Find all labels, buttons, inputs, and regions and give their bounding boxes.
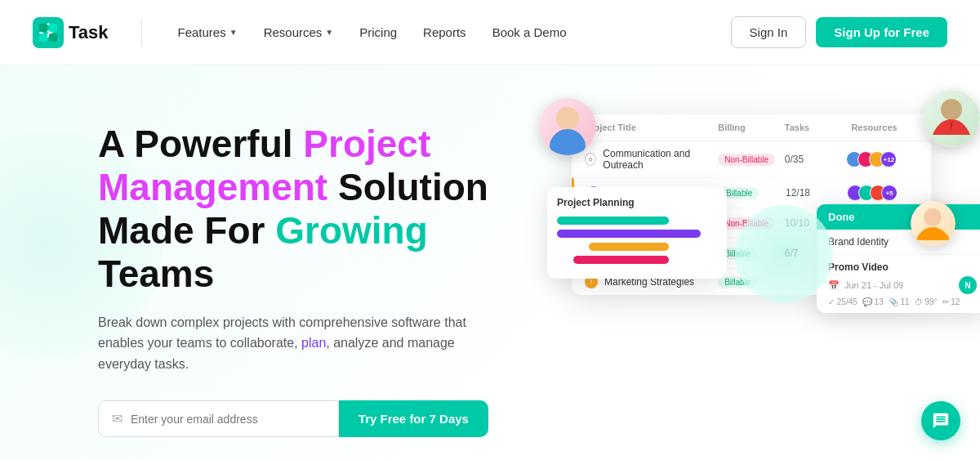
row-icon-1: ○: [585, 153, 596, 166]
title-teal: Growing: [275, 209, 428, 252]
title-teams: Teams: [98, 252, 214, 295]
gantt-bar-2: [557, 230, 717, 238]
svg-point-7: [556, 107, 579, 130]
logo-icon: [33, 17, 64, 48]
gantt-bar-1: [557, 217, 717, 225]
billing-badge: Non-Billable: [718, 154, 775, 166]
col-tasks: Tasks: [785, 123, 852, 132]
gantt-bar: [557, 230, 701, 238]
hero-title: A Powerful Project Management Solution M…: [98, 123, 488, 296]
hero-section: A Powerful Project Management Solution M…: [0, 65, 980, 460]
teal-bg-circle: [735, 205, 833, 303]
done-card: Done Brand Identity Promo Video 📅 Jun 21…: [817, 204, 980, 313]
signin-button[interactable]: Sign In: [731, 16, 807, 48]
resource-avatars: +5: [852, 185, 918, 201]
logo[interactable]: Task: [33, 17, 109, 48]
email-cta-row: ✉ Try Free for 7 Days: [98, 400, 488, 437]
resource-avatars: +12: [851, 151, 918, 167]
gantt-bar: [589, 243, 669, 251]
nav-divider: [141, 20, 142, 46]
hero-subtitle: Break down complex projects with compreh…: [98, 312, 474, 375]
avatar-more: +12: [880, 151, 897, 167]
done-item-sub: 📅 Jun 21 - Jul 09 N: [828, 276, 977, 294]
gantt-bar: [573, 256, 670, 264]
logo-text: Task: [69, 22, 109, 43]
chevron-down-icon: ▼: [325, 28, 333, 37]
svg-point-8: [941, 99, 962, 120]
title-solution: Solution: [338, 166, 488, 208]
done-stats: ✓ 25/45 💬 13 📎 11 ⏱ 99° ✏ 12: [828, 297, 977, 306]
nav-reports[interactable]: Reports: [413, 19, 476, 46]
gantt-bar-3: [557, 243, 717, 251]
col-billing: Billing: [718, 123, 785, 132]
svg-rect-2: [49, 24, 57, 32]
tasks-count: 12/18: [786, 187, 852, 199]
col-resources: Resources: [851, 123, 918, 132]
title-text-1: A Powerful: [98, 123, 303, 165]
chat-icon: [932, 412, 950, 430]
signup-button[interactable]: Sign Up for Free: [816, 17, 947, 47]
dashboard-header: Project Title Billing Tasks Resources: [572, 114, 931, 141]
svg-point-9: [924, 208, 942, 226]
try-free-button[interactable]: Try Free for 7 Days: [339, 400, 488, 437]
nav-actions: Sign In Sign Up for Free: [731, 16, 947, 48]
title-pink-2: Management: [98, 166, 338, 208]
gantt-bar: [557, 217, 669, 225]
nav-links: Features ▼ Resources ▼ Pricing Reports B…: [168, 19, 731, 46]
svg-rect-3: [39, 33, 47, 42]
gantt-bar-4: [557, 256, 717, 264]
tasks-count: 0/35: [785, 154, 852, 165]
done-item-2: Promo Video 📅 Jun 21 - Jul 09 N ✓ 25/45 …: [817, 255, 980, 313]
email-input[interactable]: [131, 413, 325, 426]
title-pink: Project: [303, 123, 430, 165]
chat-bubble[interactable]: [921, 401, 960, 440]
gantt-title: Project Planning: [557, 197, 717, 208]
done-header: Done: [817, 204, 980, 230]
done-item-1: Brand Identity: [817, 230, 980, 255]
calendar-icon: 📅: [828, 280, 840, 291]
avatar-person-1: [539, 98, 596, 155]
chevron-down-icon: ▼: [229, 28, 238, 37]
col-project: Project Title: [585, 123, 718, 132]
avatar-person-2: [923, 90, 980, 147]
gantt-card: Project Planning: [547, 187, 727, 279]
email-input-wrap[interactable]: ✉: [98, 400, 339, 437]
navbar: Task Features ▼ Resources ▼ Pricing Repo…: [0, 0, 980, 65]
nav-features[interactable]: Features ▼: [168, 19, 247, 46]
svg-rect-1: [39, 24, 47, 32]
svg-rect-4: [49, 33, 57, 42]
nav-pricing[interactable]: Pricing: [350, 19, 407, 46]
nav-book-demo[interactable]: Book a Demo: [483, 19, 577, 46]
table-row: ○ Communication and Outreach Non-Billabl…: [572, 141, 931, 178]
avatar-person-3: [911, 201, 956, 246]
hero-content: A Powerful Project Management Solution M…: [98, 114, 488, 460]
avatar-more: +5: [881, 185, 898, 201]
nav-resources[interactable]: Resources ▼: [254, 19, 344, 46]
hero-visual: Project Title Billing Tasks Resources ○ …: [523, 98, 980, 295]
title-made-for: Made For: [98, 209, 275, 252]
email-icon: ✉: [112, 411, 122, 427]
subtitle-highlight: plan: [301, 336, 326, 350]
avatar-n: N: [959, 276, 977, 294]
